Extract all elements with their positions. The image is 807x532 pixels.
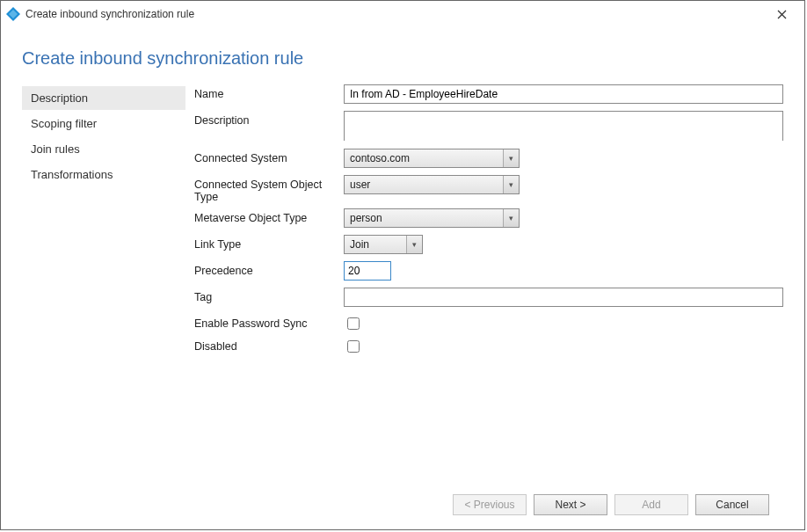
- form-panel: Name Description Connected System: [185, 83, 783, 489]
- description-input[interactable]: [344, 111, 783, 141]
- close-button[interactable]: [764, 2, 799, 26]
- cs-object-type-dropdown[interactable]: user ▾: [344, 175, 520, 194]
- previous-button[interactable]: < Previous: [453, 494, 527, 515]
- app-icon: [6, 7, 20, 21]
- name-label: Name: [194, 84, 344, 100]
- connected-system-dropdown[interactable]: contoso.com ▾: [344, 149, 520, 168]
- sidebar-item-label: Scoping filter: [31, 117, 97, 130]
- chevron-down-icon: ▾: [406, 236, 422, 253]
- mv-object-type-label: Metaverse Object Type: [194, 208, 344, 224]
- close-icon: [777, 10, 787, 19]
- dropdown-value: user: [345, 176, 503, 193]
- mv-object-type-dropdown[interactable]: person ▾: [344, 208, 520, 228]
- dialog-body: Create inbound synchronization rule Desc…: [1, 27, 804, 529]
- name-input[interactable]: [344, 84, 783, 104]
- disabled-checkbox[interactable]: [347, 340, 360, 353]
- next-button[interactable]: Next >: [534, 494, 607, 515]
- step-sidebar: Description Scoping filter Join rules Tr…: [22, 83, 185, 489]
- cancel-button[interactable]: Cancel: [695, 494, 769, 515]
- chevron-down-icon: ▾: [503, 209, 519, 227]
- precedence-input[interactable]: [344, 261, 391, 281]
- connected-system-label: Connected System: [194, 149, 344, 164]
- tag-label: Tag: [194, 288, 344, 303]
- dropdown-value: person: [345, 209, 503, 227]
- add-button[interactable]: Add: [614, 494, 688, 515]
- content-area: Description Scoping filter Join rules Tr…: [22, 83, 783, 489]
- description-label: Description: [194, 111, 344, 127]
- sidebar-item-label: Description: [31, 91, 88, 105]
- page-title: Create inbound synchronization rule: [22, 48, 783, 69]
- precedence-label: Precedence: [194, 261, 344, 277]
- link-type-dropdown[interactable]: Join ▾: [344, 235, 423, 254]
- sidebar-item-label: Join rules: [31, 142, 80, 156]
- cs-object-type-label: Connected System Object Type: [194, 175, 344, 203]
- enable-password-sync-checkbox[interactable]: [347, 317, 360, 330]
- enable-password-sync-label: Enable Password Sync: [194, 314, 344, 330]
- window-title: Create inbound synchronization rule: [25, 8, 194, 20]
- dialog-window: Create inbound synchronization rule Crea…: [0, 0, 805, 530]
- sidebar-item-join-rules[interactable]: Join rules: [22, 137, 185, 161]
- sidebar-item-transformations[interactable]: Transformations: [22, 163, 185, 186]
- chevron-down-icon: ▾: [503, 176, 519, 193]
- chevron-down-icon: ▾: [503, 149, 519, 167]
- dropdown-value: contoso.com: [345, 149, 503, 167]
- disabled-label: Disabled: [194, 337, 344, 353]
- tag-input[interactable]: [344, 288, 783, 307]
- link-type-label: Link Type: [194, 235, 344, 251]
- dropdown-value: Join: [345, 236, 406, 253]
- sidebar-item-label: Transformations: [31, 168, 113, 181]
- sidebar-item-scoping-filter[interactable]: Scoping filter: [22, 112, 185, 135]
- footer-buttons: < Previous Next > Add Cancel: [22, 489, 783, 529]
- sidebar-item-description[interactable]: Description: [22, 86, 185, 110]
- titlebar: Create inbound synchronization rule: [1, 1, 804, 27]
